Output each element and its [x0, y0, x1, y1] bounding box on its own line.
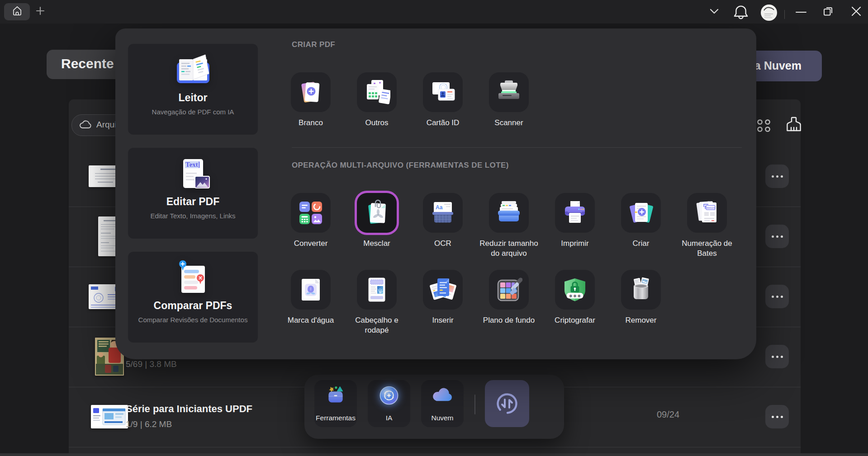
titlebar-separator	[784, 10, 785, 19]
row-more-button[interactable]	[765, 165, 789, 188]
dock-tools-button[interactable]: Ferramentas	[314, 380, 357, 427]
scanner-icon	[495, 79, 522, 106]
card-title: Comparar PDFs	[128, 300, 258, 312]
row-more-button[interactable]	[765, 285, 789, 308]
svg-text:✱ ✱ ✱: ✱ ✱ ✱	[569, 294, 581, 298]
tool-background[interactable]: Plano de fundo	[476, 270, 542, 325]
blank-pdf-icon	[297, 79, 324, 106]
tool-merge-selected[interactable]: Mesclar	[344, 193, 410, 249]
minimize-button[interactable]	[792, 6, 810, 18]
create-pdf-heading: CRIAR PDF	[292, 40, 335, 49]
tools-popup: Leitor Navegação de PDF com IA Text Edit…	[115, 28, 756, 359]
tool-label: OCR	[434, 239, 451, 249]
dock-cloud-button[interactable]: Nuvem	[421, 380, 464, 427]
tool-label: Numeração de Bates	[674, 239, 740, 259]
bates-numbering-icon: 000123	[693, 199, 721, 226]
card-compare-pdfs[interactable]: Comparar PDFs Comparar Revisões de Docum…	[128, 252, 258, 343]
tool-label: Scanner	[494, 118, 523, 128]
tool-blank[interactable]: Branco	[278, 72, 344, 128]
file-date: 09/24	[657, 409, 679, 420]
tool-label: Marca d'água	[288, 315, 334, 325]
dock-transfer-button[interactable]	[485, 380, 529, 427]
transfer-arrows-icon	[494, 391, 520, 416]
bottom-dock: Ferramentas IA Nuvem	[304, 375, 564, 439]
dropdown-chevron-button[interactable]	[707, 7, 721, 17]
header-footer-icon	[363, 276, 390, 303]
tool-scanner[interactable]: Scanner	[476, 72, 542, 128]
home-icon	[11, 5, 23, 19]
close-button[interactable]	[849, 5, 864, 19]
tool-label: Inserir	[432, 315, 453, 325]
app-window: Recente a Nuvem Arquiv	[0, 0, 868, 456]
tool-remove[interactable]: Remover	[608, 270, 674, 325]
tool-watermark[interactable]: Marca d'água	[278, 270, 344, 325]
edit-document-icon: Text	[171, 155, 216, 193]
tool-ocr[interactable]: Aa OCR	[410, 193, 476, 249]
tool-others[interactable]: Outros	[344, 72, 410, 128]
tool-convert[interactable]: Converter	[278, 193, 344, 249]
tool-label: Outros	[365, 118, 388, 128]
compress-icon	[495, 199, 522, 226]
tool-label: Converter	[294, 239, 328, 249]
dock-separator	[474, 395, 475, 414]
new-tab-button[interactable]	[34, 6, 46, 18]
cloud-button-label: a Nuvem	[754, 59, 802, 72]
remove-trash-icon	[627, 276, 655, 303]
watermark-icon	[297, 276, 324, 303]
tool-header-footer[interactable]: Cabeçalho e rodapé	[344, 270, 410, 336]
tool-encrypt[interactable]: ✱ ✱ ✱ Criptografar	[542, 270, 608, 325]
tool-insert[interactable]: Inserir	[410, 270, 476, 325]
tool-label: Criptografar	[555, 315, 595, 325]
card-subtitle: Editar Texto, Imagens, Links	[128, 212, 258, 220]
dock-ai-button[interactable]: IA	[368, 380, 410, 427]
compare-document-icon	[171, 259, 216, 297]
bell-icon	[734, 4, 748, 21]
svg-text:000123: 000123	[707, 207, 715, 209]
convert-icon	[297, 199, 324, 226]
row-more-button[interactable]	[765, 345, 789, 368]
background-icon	[495, 276, 522, 303]
tool-print[interactable]: Imprimir	[542, 193, 608, 249]
ai-icon	[377, 384, 401, 407]
recent-tab-label: Recente	[61, 56, 114, 71]
card-subtitle: Navegação de PDF com IA	[128, 108, 258, 116]
minimize-icon	[796, 12, 806, 13]
insert-icon	[429, 276, 456, 303]
tool-compress[interactable]: Reduzir tamanho do arquivo	[476, 193, 542, 259]
section-divider	[292, 147, 742, 148]
card-title: Leitor	[128, 92, 258, 104]
tool-create[interactable]: Criar	[608, 193, 674, 249]
clear-broom-icon[interactable]	[784, 116, 803, 136]
chevron-down-icon	[709, 8, 719, 16]
card-title: Editar PDF	[128, 196, 258, 208]
account-avatar[interactable]	[761, 5, 777, 21]
tool-label: Branco	[299, 118, 323, 128]
notifications-button[interactable]	[733, 5, 749, 21]
restore-window-icon	[822, 5, 835, 19]
restore-button[interactable]	[821, 5, 836, 19]
svg-text:Aa: Aa	[436, 204, 443, 211]
tool-bates-numbering[interactable]: 000123 Numeração de Bates	[674, 193, 740, 259]
tool-id-card[interactable]: Cartão ID	[410, 72, 476, 128]
avatar	[761, 5, 777, 21]
card-subtitle: Comparar Revisões de Documentos	[128, 316, 258, 324]
row-more-button[interactable]	[765, 225, 789, 248]
window-bottom-edge	[0, 453, 868, 456]
grid-view-icon[interactable]	[755, 118, 773, 135]
tool-label: Cartão ID	[427, 118, 460, 128]
tool-label: Imprimir	[561, 239, 588, 249]
tool-label: Criar	[633, 239, 650, 249]
close-icon	[851, 6, 862, 19]
encrypt-icon: ✱ ✱ ✱	[561, 276, 588, 303]
card-edit-pdf[interactable]: Text Editar PDF Editar Texto, Imagens, L…	[128, 148, 258, 239]
file-thumbnail	[91, 405, 128, 428]
tool-label: Cabeçalho e rodapé	[344, 315, 410, 336]
dock-label: Ferramentas	[314, 414, 357, 422]
open-book-icon	[171, 52, 216, 89]
tool-label: Reduzir tamanho do arquivo	[476, 239, 542, 259]
cloud-outline-icon	[79, 119, 92, 132]
other-templates-icon	[363, 79, 390, 106]
home-tab-button[interactable]	[4, 3, 30, 20]
card-reader[interactable]: Leitor Navegação de PDF com IA	[128, 44, 258, 135]
row-more-button[interactable]	[765, 405, 789, 428]
